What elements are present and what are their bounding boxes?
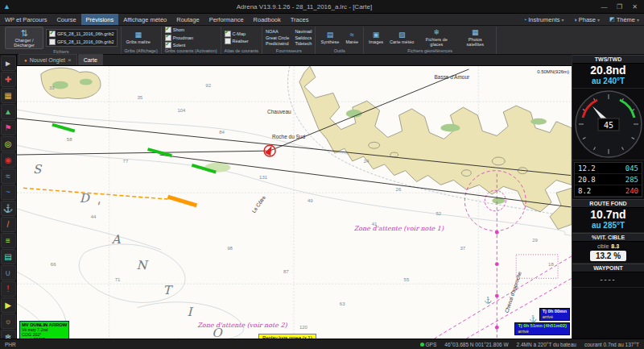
provider-navimail[interactable]: Navimail: [295, 29, 312, 34]
current-tool-icon[interactable]: ~: [1, 185, 16, 200]
chart-letter: S: [33, 162, 43, 176]
zoom-tool-icon[interactable]: ✚: [1, 72, 16, 87]
minimize-button[interactable]: —: [598, 3, 610, 10]
menu-item-performance[interactable]: Performance: [204, 14, 249, 25]
gribs-maitre-button[interactable]: ▦ Gribs maître: [125, 31, 152, 44]
eta2-time: Tj 0h 51mn (4h51m02): [518, 323, 567, 329]
button-carte-m-t-o[interactable]: ▨Carte météo: [388, 31, 415, 44]
instrument-row: 20.8285: [575, 174, 642, 185]
button-photos-satellites[interactable]: ▦Photos satellites: [457, 28, 493, 47]
menu-right-th-me[interactable]: ◩Thème▾: [605, 14, 644, 25]
waypoint-tool-icon-glyph: ◎: [5, 140, 12, 148]
eta1-status: arrivé: [543, 314, 567, 320]
tab-nouvel-onglet[interactable]: ● Nouvel Onglet ×: [19, 54, 77, 65]
cursor-position: 46°03.685 N 001°21.806 W: [444, 342, 508, 347]
route-tool-icon[interactable]: ⚑: [1, 120, 16, 135]
checkbox-gfs-28-11-2016-00h-grib2[interactable]: GFS_28_11_2016_00h.grib2: [49, 39, 114, 45]
checkbox-c-map[interactable]: C-Map: [225, 31, 249, 37]
sun-tool-icon[interactable]: ☼: [1, 314, 16, 329]
cible-label: cible: [597, 243, 609, 249]
checkbox-solent[interactable]: Solent: [165, 42, 193, 48]
anchor-tool-icon[interactable]: ⚓: [1, 201, 16, 216]
depth-sounding: 37: [460, 246, 465, 251]
replay-tool-icon-glyph: ▶: [5, 301, 11, 310]
checkbox-shom[interactable]: Shom: [165, 27, 193, 33]
ais-target-box[interactable]: MV DUNLIN ARROW Vit moy 7.2ndCOG 202°pos…: [19, 321, 69, 339]
titlebar: ▲ Adrena V13.9.1.26 - 28_11_2016_a.lrc -…: [0, 0, 644, 14]
chart-label: 0.50MN(926m): [537, 69, 569, 74]
window-title: Adrena V13.9.1.26 - 28_11_2016_a.lrc - […: [14, 3, 595, 10]
instrument-row: 8.2240: [575, 185, 642, 197]
button-fichiers-de-glaces[interactable]: ❄Fichiers de glaces: [419, 28, 454, 47]
menu-item-pr-visions[interactable]: Prévisions: [81, 14, 119, 25]
button-mar-e[interactable]: ≈Marée: [344, 31, 360, 44]
grib-tool-icon[interactable]: ▤: [1, 249, 16, 264]
depth-sounding: 92: [205, 83, 211, 88]
depth-sounding: 87: [283, 269, 289, 274]
ribbon-group-outils: ▤Synthèse≈Marée Outils: [316, 27, 364, 54]
menu-item-course[interactable]: Course: [52, 14, 80, 25]
nautical-chart[interactable]: ⚓⚓: [17, 66, 572, 339]
maximize-button[interactable]: ❐: [613, 3, 625, 10]
close-tab-icon[interactable]: ×: [68, 56, 72, 64]
tide-tool-icon[interactable]: ∪: [1, 265, 16, 280]
menu-item-traces[interactable]: Traces: [286, 14, 314, 25]
checkbox-label: Réaliser: [233, 39, 249, 44]
checkbox-r-aliser[interactable]: Réaliser: [225, 38, 249, 44]
menu-right-phase[interactable]: ◑Phase▾: [568, 14, 605, 25]
boat-tool-icon[interactable]: ▲: [1, 104, 16, 119]
provider-saildocs[interactable]: Saildocs: [295, 35, 312, 40]
close-button[interactable]: ✕: [629, 3, 641, 10]
outils-list: ▤Synthèse≈Marée: [319, 31, 360, 44]
ais-target-details: Vit moy 7.2ndCOG 202°pos à 064°T: [22, 327, 67, 339]
status-bar: PHR GPS 46°03.685 N 001°21.806 W 2.4MN à…: [0, 339, 644, 349]
tab-carte[interactable]: Carte: [78, 54, 103, 65]
images-icon: ▣: [373, 31, 380, 39]
depth-sounding: 71: [115, 277, 121, 282]
provider-great-circle[interactable]: Great Circle: [266, 35, 289, 40]
charger-decharger-label: Charger / Décharger: [8, 38, 40, 48]
replay-tool-icon[interactable]: ▶: [1, 297, 16, 313]
layers-tool-icon[interactable]: ≡: [1, 233, 16, 248]
menu-item-affichage-m-t-o[interactable]: Affichage météo: [118, 14, 171, 25]
ribbon-group-georeferences: ▣Images▨Carte météo❄Fichiers de glaces▦P…: [364, 27, 497, 54]
menu-item-routage[interactable]: Routage: [171, 14, 204, 25]
snow-tool-icon[interactable]: ❄: [1, 330, 16, 339]
provider-noaa[interactable]: NOAA: [266, 29, 289, 34]
ribbon-group-fichiers: ⇅ Charger / Décharger GFS_28_11_2016_06h…: [2, 27, 122, 54]
waypoint-tool-icon[interactable]: ◎: [1, 136, 16, 152]
checkbox-label: Solent: [173, 43, 186, 48]
button-synth-se[interactable]: ▤Synthèse: [319, 31, 341, 44]
charger-decharger-button[interactable]: ⇅ Charger / Décharger: [5, 27, 43, 49]
alarm-tool-icon[interactable]: !: [1, 281, 16, 297]
depth-sounding: 131: [259, 175, 267, 180]
eta-box-1: Tj 0h 00mn arrivé: [539, 308, 570, 321]
checkbox-gfs-28-11-2016-06h-grib2[interactable]: GFS_28_11_2016_06h.grib2: [49, 31, 114, 37]
mar-e-icon: ≈: [350, 31, 354, 39]
chart-area[interactable]: ⚓⚓: [17, 66, 572, 339]
provider-predictwind[interactable]: Predictwind: [266, 41, 289, 46]
measure-tool-icon[interactable]: /: [1, 217, 16, 232]
instrument-row: 12.2045: [575, 163, 642, 174]
instrument-panel: TWS/TWD 20.8nd au 240°T 45 12.204520.828…: [572, 55, 644, 339]
ais-info-line: pos à 064°T: [22, 337, 67, 339]
menubar: WP et ParcoursCoursePrévisionsAffichage …: [0, 14, 644, 26]
menu-right-instruments[interactable]: ◔Instruments▾: [518, 14, 568, 25]
label-photos-satellites: Photos satellites: [459, 37, 491, 47]
provider-tidetech[interactable]: Tidetech: [295, 41, 312, 46]
menu-item-roadbook[interactable]: Roadbook: [249, 14, 286, 25]
checkbox-proudman[interactable]: Proudman: [165, 35, 193, 41]
instrument-value: 285: [625, 176, 638, 184]
wind-tool-icon[interactable]: ≈: [1, 168, 16, 184]
ribbon-group-gribs-courants: ShomProudmanSolent Gribs courants (Activ…: [162, 27, 221, 54]
chart-tool-icon[interactable]: ▦: [1, 88, 16, 103]
menu-item-wp-et-parcours[interactable]: WP et Parcours: [0, 14, 52, 25]
button-images[interactable]: ▣Images: [367, 31, 385, 44]
depth-sounding: 55: [404, 277, 410, 282]
replay-status-badge[interactable]: Replay logs nmea (x 1): [258, 334, 316, 339]
zoom-tool-icon-glyph: ✚: [5, 76, 11, 84]
pointer-tool-icon[interactable]: ►: [1, 56, 16, 71]
depth-sounding: 29: [532, 238, 538, 243]
wind-tool-icon-glyph: ≈: [6, 172, 10, 181]
mob-tool-icon[interactable]: ◉: [1, 152, 16, 168]
